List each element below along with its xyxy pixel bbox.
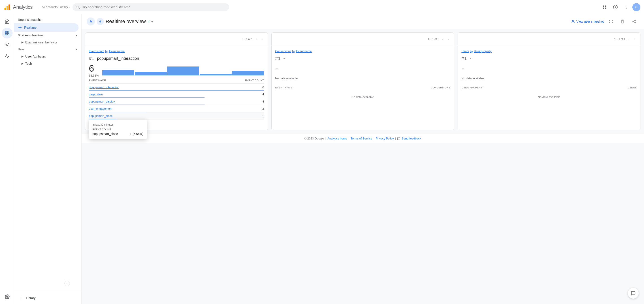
feedback-link[interactable]: Send feedback <box>402 137 421 140</box>
left-nav-home[interactable] <box>2 16 12 27</box>
account-nav[interactable]: All accounts › netlify ▾ <box>38 5 70 9</box>
mini-bar-4 <box>200 74 232 76</box>
conversions-title-part2[interactable]: Event name <box>296 50 312 53</box>
footer-sep-4: | <box>395 137 396 140</box>
event-count-title-part1[interactable]: Event count <box>89 50 104 53</box>
fullscreen-button[interactable] <box>606 17 615 26</box>
search-input[interactable] <box>82 5 226 9</box>
users-title-part2[interactable]: User property <box>474 50 492 53</box>
svg-rect-1 <box>6 6 8 10</box>
analytics-home-link[interactable]: Analytics home <box>327 137 347 140</box>
pagination-next-event-count[interactable]: › <box>260 37 264 42</box>
search-bar[interactable] <box>72 3 229 11</box>
conversions-no-data-row: No data available <box>275 91 450 103</box>
help-button[interactable]: ? <box>611 3 620 12</box>
tooltip-label: In last 30 minutes <box>92 123 144 126</box>
account-chevron-right: › <box>58 5 59 9</box>
conversions-top-dash: - <box>283 56 285 61</box>
users-no-data: No data available <box>462 74 636 83</box>
users-table-header: USER PROPERTY USERS <box>462 84 636 91</box>
main-content: A + Realtime overview ✓ ▾ View user snap… <box>82 14 644 304</box>
users-rank: #1 <box>462 56 467 61</box>
event-count-mini-chart <box>102 67 264 76</box>
page-status-badge: ✓ ▾ <box>148 20 153 23</box>
tooltip-row-name: popupsmart_close <box>92 132 118 136</box>
conversions-no-data: No data available <box>275 74 450 83</box>
library-item[interactable]: Library <box>16 294 80 302</box>
examine-user-behavior-item[interactable]: ▶ Examine user behavior <box>14 39 81 46</box>
row-progress-3 <box>89 112 146 112</box>
conversions-title-part1[interactable]: Conversions <box>275 50 291 53</box>
left-nav-settings[interactable] <box>2 291 12 302</box>
row-value-2: 4 <box>262 100 264 103</box>
more-options-button[interactable] <box>622 3 630 12</box>
conversions-table-no-data: No data available <box>352 93 374 101</box>
reports-snapshot-header: Reports snapshot <box>14 14 81 23</box>
col-header-conversions-event-name: EVENT NAME <box>275 86 292 89</box>
table-row: page_view 4 <box>89 91 264 98</box>
mini-bar-3 <box>167 67 199 76</box>
svg-point-13 <box>626 8 626 9</box>
col-header-conversions: CONVERSIONS <box>431 86 450 89</box>
share-button[interactable] <box>630 17 639 26</box>
view-user-snapshot-button[interactable]: View user snapshot <box>571 20 604 24</box>
svg-rect-8 <box>605 8 606 9</box>
col-header-users: USERS <box>628 86 636 89</box>
copyright-text: © 2023 Google <box>304 137 324 140</box>
add-comparison-button[interactable]: + <box>97 18 104 25</box>
table-row: user_engagement 2 <box>89 105 264 112</box>
row-name-4[interactable]: popupsmart_close <box>89 114 112 118</box>
reports-snapshot-label: Reports snapshot <box>18 18 42 22</box>
left-nav <box>0 14 14 304</box>
svg-point-3 <box>77 6 79 8</box>
chevron-down-icon[interactable]: ▾ <box>151 20 153 23</box>
report-avatar: A <box>87 18 95 26</box>
left-nav-reports[interactable] <box>2 28 12 39</box>
left-nav-explore[interactable] <box>2 39 12 50</box>
row-name-2[interactable]: popupsmart_display <box>89 100 115 103</box>
users-dash-big: - <box>462 63 464 74</box>
apps-button[interactable] <box>600 3 609 12</box>
pagination-cell-event-count: 1 – 1 of 1 ‹ › <box>85 33 268 46</box>
tooltip-section: EVENT COUNT <box>92 128 144 131</box>
pagination-prev-event-count[interactable]: ‹ <box>254 37 258 42</box>
svg-point-20 <box>20 27 20 28</box>
conversions-dash-area: - No data available <box>275 63 450 83</box>
top-bar: Analytics All accounts › netlify ▾ ? C <box>0 0 644 14</box>
svg-text:?: ? <box>614 5 616 9</box>
left-nav-advertising[interactable] <box>2 51 12 62</box>
svg-rect-17 <box>8 34 9 35</box>
svg-rect-22 <box>622 20 624 23</box>
conversions-top-row: #1 - <box>275 56 450 61</box>
user-attributes-item[interactable]: ▶ User Attributes <box>14 53 81 60</box>
table-row: popupsmart_display 4 <box>89 98 264 105</box>
svg-point-24 <box>632 21 634 22</box>
property-label: netlify <box>60 5 68 9</box>
pagination-prev-users[interactable]: ‹ <box>627 37 631 42</box>
svg-rect-5 <box>603 5 604 7</box>
pagination-next-users[interactable]: › <box>633 37 636 42</box>
user-group[interactable]: User ▲ <box>14 46 81 53</box>
pagination-cell-users: 1 – 1 of 1 ‹ › <box>458 33 640 46</box>
svg-rect-2 <box>8 5 10 10</box>
business-objectives-group[interactable]: Business objectives ▲ <box>14 32 81 39</box>
pagination-prev-conversions[interactable]: ‹ <box>441 37 444 42</box>
tooltip-data-row: popupsmart_close 1 (5.56%) <box>92 132 144 136</box>
user-label: User <box>18 48 24 51</box>
sidebar-item-realtime[interactable]: Realtime <box>14 23 78 32</box>
sidebar-collapse-button[interactable]: ‹ <box>64 281 70 286</box>
row-name-1[interactable]: page_view <box>89 93 103 96</box>
privacy-link[interactable]: Privacy Policy <box>376 137 394 140</box>
save-report-button[interactable] <box>618 17 627 26</box>
event-count-title-part2[interactable]: Event name <box>109 50 124 53</box>
avatar[interactable]: C <box>632 3 640 11</box>
pagination-next-conversions[interactable]: › <box>446 37 450 42</box>
terms-link[interactable]: Terms of Service <box>351 137 372 140</box>
tech-item[interactable]: ▶ Tech <box>14 60 81 67</box>
row-name-0[interactable]: popupsmart_interaction <box>89 86 119 89</box>
event-count-top-row: #1 popupsmart_interaction <box>89 56 264 61</box>
chat-bubble-button[interactable] <box>628 288 639 299</box>
svg-point-23 <box>634 20 636 21</box>
users-title-part1[interactable]: Users <box>462 50 469 53</box>
row-name-3[interactable]: user_engagement <box>89 107 112 110</box>
